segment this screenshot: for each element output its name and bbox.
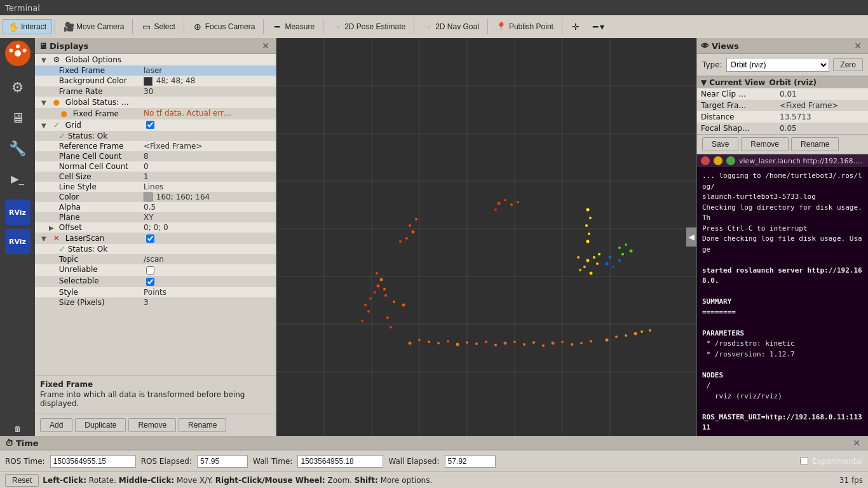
views-target-frame[interactable]: Target Fra… <Fixed Frame> [697,100,868,111]
toolbar-btn-minus[interactable]: ━ ▾ [588,19,609,34]
interact-icon: ✋ [8,22,18,32]
add-button[interactable]: Add [40,418,72,432]
tree-row-grid-status[interactable]: ✓ Status: Ok [35,131,276,141]
displays-tree: ▼ ⚙ Global Options Fixed Frame laser [35,54,276,376]
tree-row-topic[interactable]: Topic /scan [35,254,276,264]
sidebar-icon-settings[interactable]: ⚙ [3,72,32,102]
views-close-btn[interactable]: ✕ [851,41,864,51]
tree-row-fixed-frame[interactable]: Fixed Frame laser [35,65,276,76]
time-close-btn[interactable]: ✕ [850,438,863,448]
term-line-11: NODES [702,370,863,381]
term-line-0: ... logging to /home/turtlebot3/.ros/log… [702,171,863,192]
toolbar-btn-focus-camera[interactable]: ⊕ Focus Camera [187,19,261,34]
tree-row-color[interactable]: Color 160; 160; 164 [35,192,276,203]
svg-point-61 [577,256,580,259]
publish-point-label: Publish Point [509,22,553,31]
viewport-collapse-arrow[interactable]: ◀ [686,227,696,247]
selectable-checkbox[interactable] [146,278,154,286]
views-focal-shape[interactable]: Focal Shap… 0.05 [697,123,868,134]
terminal-content[interactable]: ... logging to /home/turtlebot3/.ros/log… [697,167,868,436]
tree-row-unreliable[interactable]: Unreliable [35,264,276,276]
tree-row-plane-cell[interactable]: Plane Cell Count 8 [35,151,276,161]
toolbar-btn-move-camera[interactable]: 🎥 Move Camera [58,19,130,34]
tree-row-laserscan-status[interactable]: ✓ Status: Ok [35,244,276,254]
terminal-close-btn[interactable] [701,156,710,165]
toolbar-btn-publish-point[interactable]: 📍 Publish Point [491,19,559,34]
wall-elapsed-input[interactable] [445,455,496,468]
tree-row-global-options[interactable]: ▼ ⚙ Global Options [35,54,276,65]
tree-row-fixed-frame-status[interactable]: ● Fixed Frame No tf data. Actual err… [35,108,276,119]
term-line-2: Checking log directory for disk usage. T… [702,203,863,224]
toolbar-btn-measure[interactable]: ━ Measure [266,19,320,34]
unreliable-checkbox[interactable] [146,266,154,274]
views-near-clip[interactable]: Near Clip … 0.01 [697,88,868,100]
sidebar-icon-tools[interactable]: 🔧 [3,133,32,163]
reset-button[interactable]: Reset [5,474,39,487]
views-distance[interactable]: Distance 13.5713 [697,111,868,123]
ros-elapsed-input[interactable] [197,455,248,468]
tree-row-cell-size[interactable]: Cell Size 1 [35,172,276,182]
topic-label: Topic [59,255,78,264]
tree-row-style[interactable]: Style Points [35,287,276,297]
terminal-maximize-btn[interactable] [726,156,735,165]
tree-row-size-pixels[interactable]: Size (Pixels) 3 [35,297,276,308]
toolbar-btn-2d-nav[interactable]: → 2D Nav Goal [417,19,485,34]
focus-camera-label: Focus Camera [205,22,255,31]
expand-global-status[interactable]: ▼ [41,99,49,106]
remove-button[interactable]: Remove [128,418,176,432]
ros-time-input[interactable] [50,455,136,468]
tree-row-alpha[interactable]: Alpha 0.5 [35,202,276,212]
sidebar-icon-rviz1[interactable]: RViz [5,200,31,225]
views-remove-btn[interactable]: Remove [741,137,789,151]
sidebar-icon-console[interactable]: ▶_ [3,164,32,193]
views-zero-btn[interactable]: Zero [833,58,863,71]
style-val: Points [141,288,275,297]
tree-row-laserscan[interactable]: ▼ ✕ LaserScan [35,233,276,244]
experimental-label: Experimental [812,457,863,466]
sidebar-icon-trash[interactable]: 🗑 [14,424,22,433]
svg-point-73 [625,334,627,337]
laserscan-checkbox[interactable] [146,234,154,243]
tree-row-normal-cell[interactable]: Normal Cell Count 0 [35,161,276,172]
viewport[interactable]: ◀ [276,38,696,436]
tree-row-offset[interactable]: ▶ Offset 0; 0; 0 [35,222,276,233]
displays-close-btn[interactable]: ✕ [259,41,272,51]
views-rename-btn[interactable]: Rename [791,137,839,151]
toolbar-btn-select[interactable]: ▭ Select [135,19,180,34]
toolbar-btn-interact[interactable]: ✋ Interact [3,19,52,34]
expand-global-options[interactable]: ▼ [41,57,49,64]
expand-current-view[interactable]: ▼ [701,78,707,87]
duplicate-button[interactable]: Duplicate [75,418,126,432]
tree-row-background-color[interactable]: Background Color 48; 48; 48 [35,76,276,86]
experimental-checkbox[interactable] [800,457,808,465]
views-save-btn[interactable]: Save [702,137,738,151]
background-color-label: Background Color [59,76,127,85]
tree-row-selectable[interactable]: Selectable [35,276,276,287]
unreliable-label: Unreliable [59,265,98,274]
color-swatch [144,193,153,201]
sidebar-icon-rviz2[interactable]: RViz [5,229,31,254]
tree-row-line-style[interactable]: Line Style Lines [35,182,276,192]
expand-grid[interactable]: ▼ [41,122,49,129]
toolbar-btn-plus[interactable]: ✛ [565,19,587,34]
tree-row-ref-frame[interactable]: Reference Frame <Fixed Frame> [35,141,276,151]
tree-row-grid[interactable]: ▼ ✓ Grid [35,119,276,131]
grid-checkbox[interactable] [146,121,154,129]
laserscan-status-label: Status: Ok [68,245,108,254]
toolbar-btn-2d-pose[interactable]: → 2D Pose Estimate [326,19,411,34]
tree-row-global-status[interactable]: ▼ ● Global Status: … [35,97,276,108]
expand-offset[interactable]: ▶ [49,224,57,231]
views-type-select[interactable]: Orbit (rviz) [726,58,830,72]
global-status-label: Global Status: … [65,98,129,107]
publish-point-icon: 📍 [496,22,506,32]
tree-row-frame-rate[interactable]: Frame Rate 30 [35,86,276,97]
svg-point-88 [510,203,513,206]
fixed-frame-status-icon: ● [59,109,69,119]
sidebar-icon-ubuntu[interactable] [5,41,31,66]
terminal-minimize-btn[interactable] [714,156,722,165]
sidebar-icon-terminal[interactable]: 🖥 [3,103,32,132]
tree-row-plane[interactable]: Plane XY [35,212,276,222]
rename-button[interactable]: Rename [179,418,226,432]
wall-time-input[interactable] [297,455,383,468]
expand-laserscan[interactable]: ▼ [41,235,49,242]
